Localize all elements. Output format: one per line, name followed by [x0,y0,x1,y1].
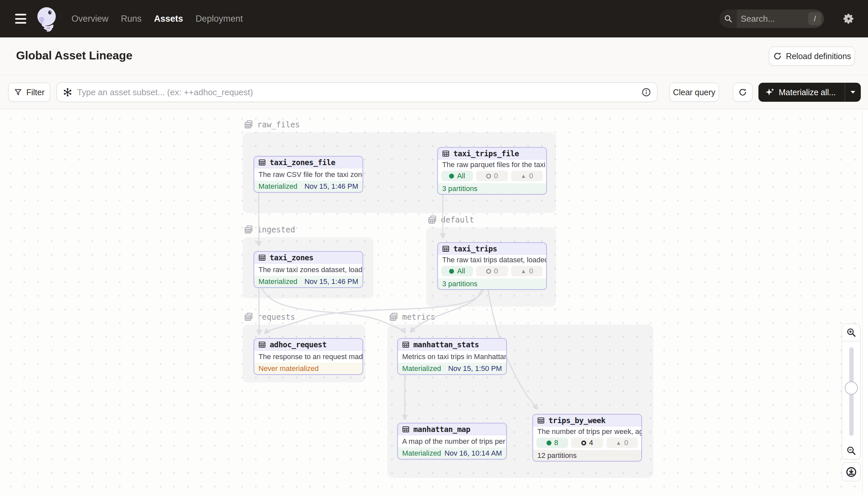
partitions-missing-pill[interactable]: 4 [571,438,603,448]
partitions-success-pill[interactable]: All [441,266,473,276]
asset-name: adhoc_request [270,340,327,349]
asset-node-adhoc_request[interactable]: adhoc_request The response to an request… [253,338,363,375]
asset-description: The raw taxi trips dataset, loaded into … [438,255,546,265]
materialize-all-main[interactable]: Materialize all... [758,83,845,102]
search-shortcut-badge: / [808,12,821,25]
failed-triangle-icon: ▲ [520,173,526,179]
search-input[interactable]: Search... / [720,10,824,28]
asset-description: The raw CSV file for the taxi zones dat.… [254,168,362,181]
asset-node-taxi_trips[interactable]: taxi_trips The raw taxi trips dataset, l… [437,242,547,290]
asset-status: Materialized [259,182,298,191]
zoom-controls [842,324,861,460]
asset-subset-input[interactable]: Type an asset subset... (ex: ++adhoc_req… [56,82,657,102]
canvas-right-gutter [863,109,868,495]
partitions-count: 12 partitions [537,451,577,460]
asset-description: The response to an request made in th... [254,351,362,363]
search-icon [720,10,737,28]
asset-timestamp[interactable]: Nov 16, 10:14 AM [444,449,502,458]
table-icon [258,254,266,262]
partitions-success-pill[interactable]: 8 [536,438,568,448]
top-nav: Overview Runs Assets Deployment Search..… [0,0,868,37]
table-icon [402,425,410,433]
group-label-raw-files[interactable]: raw_files [244,120,300,129]
group-label-ingested[interactable]: ingested [244,225,295,234]
asset-timestamp[interactable]: Nov 15, 1:46 PM [304,277,358,286]
nav-item-assets[interactable]: Assets [154,14,183,24]
asset-description: A map of the number of trips per taxi z.… [398,435,506,447]
failed-triangle-icon: ▲ [520,269,526,274]
asset-description: The raw taxi zones dataset, loaded int..… [254,263,362,276]
download-image-button[interactable] [842,462,861,481]
asset-node-trips_by_week[interactable]: trips_by_week The number of trips per we… [532,414,642,462]
asset-name: taxi_zones_file [270,158,335,167]
asset-node-taxi_zones_file[interactable]: taxi_zones_file The raw CSV file for the… [253,156,363,193]
table-icon [442,245,450,253]
sparkle-icon [765,87,775,97]
asset-node-taxi_trips_file[interactable]: taxi_trips_file The raw parquet files fo… [437,147,547,195]
materialize-dropdown-toggle[interactable] [845,83,861,102]
zoom-in-icon [846,328,856,338]
reload-definitions-button[interactable]: Reload definitions [769,47,855,66]
group-label-metrics[interactable]: metrics [389,312,435,322]
missing-ring-icon [486,174,491,178]
lineage-toolbar: Filter Type an asset subset... (ex: ++ad… [0,75,868,109]
table-icon [442,150,450,157]
success-dot-icon [547,441,551,445]
refresh-icon [738,88,747,97]
asset-name: taxi_trips [453,244,497,253]
chevron-down-icon [850,90,856,94]
missing-ring-icon [581,441,586,445]
zoom-slider-thumb[interactable] [845,381,858,395]
partitions-missing-pill[interactable]: 0 [476,171,508,181]
asset-name: trips_by_week [548,416,606,425]
asset-node-manhattan_map[interactable]: manhattan_map A map of the number of tri… [397,423,507,460]
info-icon[interactable] [641,87,651,97]
nav-item-runs[interactable]: Runs [121,14,142,24]
search-placeholder: Search... [741,14,808,24]
settings-gear-icon[interactable] [843,13,855,25]
asset-status: Never materialized [259,364,319,373]
zoom-out-button[interactable] [842,442,861,460]
page-title: Global Asset Lineage [16,49,132,62]
asset-timestamp[interactable]: Nov 15, 1:46 PM [304,182,358,191]
asset-node-manhattan_stats[interactable]: manhattan_stats Metrics on taxi trips in… [397,338,507,375]
partitions-count: 3 partitions [442,185,478,193]
group-label-requests[interactable]: requests [244,312,295,322]
partitions-failed-pill[interactable]: ▲0 [511,266,543,276]
asset-group-icon [389,312,398,322]
clear-query-button[interactable]: Clear query [669,83,719,102]
success-dot-icon [449,269,454,274]
dagster-logo-icon[interactable] [35,6,58,32]
partitions-missing-pill[interactable]: 0 [476,266,508,276]
table-icon [537,416,545,424]
asset-name: manhattan_map [413,425,471,433]
menu-icon[interactable] [15,14,26,24]
asset-description: The number of trips per week, aggreg... [533,426,641,437]
filter-button[interactable]: Filter [8,83,50,102]
asset-group-icon [244,225,253,234]
partitions-failed-pill[interactable]: ▲0 [606,438,638,448]
nav-item-deployment[interactable]: Deployment [196,14,243,24]
zoom-in-button[interactable] [842,324,861,341]
zoom-out-icon [846,446,856,456]
group-label-default[interactable]: default [428,215,474,224]
zoom-slider[interactable] [842,341,861,442]
success-dot-icon [449,174,454,178]
asset-timestamp[interactable]: Nov 15, 1:50 PM [448,364,502,373]
asset-node-taxi_zones[interactable]: taxi_zones The raw taxi zones dataset, l… [253,251,363,288]
nav-item-overview[interactable]: Overview [72,14,109,24]
materialize-all-button[interactable]: Materialize all... [758,83,861,102]
lineage-canvas[interactable]: raw_files ingested default requests metr… [0,109,868,495]
nav-links: Overview Runs Assets Deployment [72,0,243,37]
title-bar: Global Asset Lineage Reload definitions [0,37,868,75]
asset-group-icon [244,120,253,129]
asset-status: Materialized [402,364,441,373]
partitions-success-pill[interactable]: All [441,171,473,181]
asset-selection-icon [63,87,72,97]
asset-name: taxi_trips_file [453,149,519,158]
refresh-graph-button[interactable] [733,83,752,102]
asset-status: Materialized [402,449,441,458]
partitions-failed-pill[interactable]: ▲0 [511,171,543,181]
asset-subset-placeholder: Type an asset subset... (ex: ++adhoc_req… [77,87,641,98]
partitions-count: 3 partitions [442,280,478,288]
